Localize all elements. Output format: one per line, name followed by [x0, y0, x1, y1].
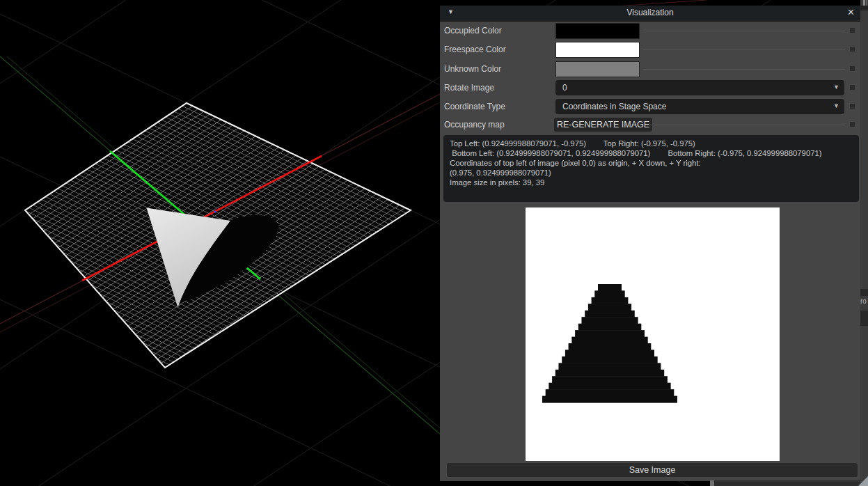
row-freespace-color: Freespace Color: [440, 42, 860, 57]
dock-grip-bar: [866, 0, 867, 6]
reset-handle[interactable]: [850, 104, 855, 109]
z-axis-marker: [214, 210, 216, 212]
dock-block: [860, 6, 868, 10]
coords-line-5: Image size in pixels: 39, 39: [450, 178, 544, 187]
occupancy-triangle-image: [526, 207, 780, 461]
chevron-down-icon: ▼: [833, 84, 839, 91]
occupancy-map-label: Occupancy map: [444, 120, 505, 130]
row-divider: [647, 125, 845, 125]
window-resize-handle[interactable]: [858, 476, 868, 486]
rotate-image-label: Rotate Image: [444, 83, 494, 93]
occupancy-image-preview: [526, 207, 780, 461]
reset-handle[interactable]: [850, 28, 855, 33]
chevron-down-icon: ▼: [833, 102, 839, 109]
panel-title: Visualization: [440, 8, 860, 17]
row-occupied-color: Occupied Color: [440, 23, 860, 38]
rotate-image-value: 0: [562, 83, 567, 93]
dock-grip-bar: [863, 0, 865, 6]
row-divider: [643, 49, 845, 50]
dock-tab-label[interactable]: ro: [860, 297, 868, 308]
coords-line-3: Coordinates of top left of image (pixel …: [450, 159, 701, 167]
unknown-color-swatch[interactable]: [555, 61, 640, 77]
row-divider: [643, 69, 845, 70]
coords-line-1: Top Left: (0.924999988079071, -0.975) To…: [450, 139, 695, 148]
coordinate-type-label: Coordinate Type: [444, 102, 505, 111]
reset-handle[interactable]: [850, 66, 855, 71]
regenerate-image-button[interactable]: RE-GENERATE IMAGE: [554, 118, 652, 132]
bottom-dock-edge: [714, 480, 860, 486]
reset-handle[interactable]: [850, 122, 855, 127]
row-unknown-color: Unknown Color: [440, 61, 860, 77]
unknown-color-label: Unknown Color: [444, 64, 501, 74]
row-coordinate-type: Coordinate Type Coordinates in Stage Spa…: [440, 99, 860, 114]
occupied-color-label: Occupied Color: [444, 26, 502, 36]
coordinates-readout: Top Left: (0.924999988079071, -0.975) To…: [443, 135, 859, 202]
docked-panel-strip: ro: [860, 0, 868, 486]
reset-handle[interactable]: [850, 47, 855, 52]
visualization-panel: ▼ Visualization ✕ Occupied Color Freespa…: [440, 6, 860, 481]
freespace-color-label: Freespace Color: [444, 45, 506, 54]
row-occupancy-map: Occupancy map RE-GENERATE IMAGE: [440, 117, 860, 132]
occupied-color-swatch[interactable]: [555, 23, 640, 39]
freespace-color-swatch[interactable]: [555, 42, 640, 58]
row-rotate-image: Rotate Image 0 ▼: [440, 80, 860, 95]
panel-header[interactable]: ▼ Visualization ✕: [440, 6, 860, 22]
rotate-image-dropdown[interactable]: 0 ▼: [555, 80, 844, 95]
coordinate-type-dropdown[interactable]: Coordinates in Stage Space ▼: [555, 99, 844, 114]
dock-tab[interactable]: [860, 311, 868, 326]
close-icon[interactable]: ✕: [847, 7, 855, 17]
save-image-button[interactable]: Save Image: [447, 463, 858, 477]
row-divider: [643, 31, 845, 31]
dock-tab[interactable]: [860, 289, 868, 296]
coords-line-2: Bottom Left: (0.924999988079071, 0.92499…: [450, 149, 822, 157]
coords-line-4: (0.975, 0.924999988079071): [450, 168, 551, 177]
reset-handle[interactable]: [850, 85, 855, 90]
coordinate-type-value: Coordinates in Stage Space: [562, 102, 666, 111]
